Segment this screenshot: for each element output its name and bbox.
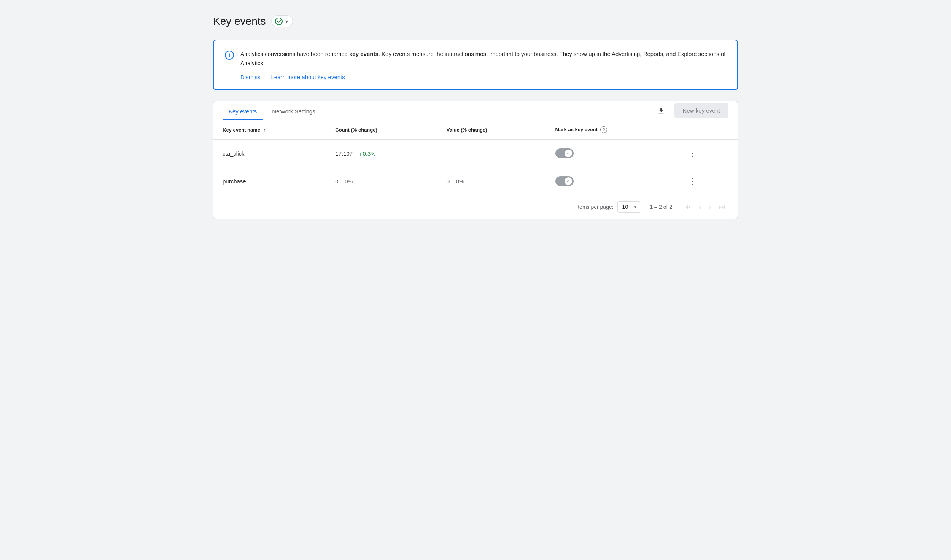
- check-circle-icon: [275, 17, 283, 25]
- tab-key-events[interactable]: Key events: [223, 101, 263, 120]
- toggle-check-icon: ✓: [566, 151, 570, 156]
- sort-icon: ↑: [263, 127, 266, 133]
- prev-page-button[interactable]: ‹: [696, 201, 704, 213]
- toggle-thumb: ✓: [565, 177, 572, 185]
- toggle-switch[interactable]: ✓: [555, 148, 574, 158]
- items-per-page: Items per page: 5 10 25 50: [576, 201, 641, 213]
- pagination-row: Items per page: 5 10 25 50 1 – 2 of 2 ⏮ …: [213, 195, 738, 219]
- count-change-neutral: 0%: [345, 178, 353, 185]
- count-cell: 17,107 ↑0.3%: [326, 140, 437, 167]
- page-title: Key events: [213, 15, 266, 27]
- col-value: Value (% change): [437, 120, 546, 140]
- page-container: Key events ▾ i Analytics conversions hav…: [213, 15, 738, 219]
- col-mark-as-key-event: Mark as key event ?: [546, 120, 676, 140]
- table-row: cta_click 17,107 ↑0.3% -: [213, 140, 738, 167]
- nav-buttons: ⏮ ‹ › ⏭: [681, 201, 728, 213]
- first-page-button[interactable]: ⏮: [681, 201, 694, 213]
- chevron-down-icon: ▾: [285, 18, 288, 24]
- tabs-actions: New key event: [654, 103, 728, 118]
- info-links: Dismiss Learn more about key events: [240, 74, 727, 80]
- info-text: Analytics conversions have been renamed …: [240, 49, 727, 68]
- count-change-positive: ↑0.3%: [359, 150, 376, 157]
- more-menu-button[interactable]: ⋮: [685, 147, 700, 159]
- event-name-cell: purchase: [213, 167, 326, 195]
- toggle-thumb: ✓: [565, 150, 572, 157]
- per-page-select[interactable]: 5 10 25 50: [617, 201, 641, 213]
- value-cell: 0 0%: [437, 167, 546, 195]
- toggle-switch[interactable]: ✓: [555, 176, 574, 186]
- toggle-cell: ✓: [546, 140, 676, 167]
- value-cell: -: [437, 140, 546, 167]
- event-name-cell: cta_click: [213, 140, 326, 167]
- last-page-button[interactable]: ⏭: [716, 201, 728, 213]
- table-header-row: Key event name ↑ Count (% change) Value …: [213, 120, 738, 140]
- data-table: Key event name ↑ Count (% change) Value …: [213, 120, 738, 195]
- learn-more-link[interactable]: Learn more about key events: [271, 74, 345, 80]
- more-menu-cell: ⋮: [676, 167, 738, 195]
- main-card: Key events Network Settings New key even…: [213, 101, 738, 219]
- download-icon: [657, 107, 665, 115]
- next-page-button[interactable]: ›: [706, 201, 714, 213]
- page-header: Key events ▾: [213, 15, 738, 27]
- toggle-container: ✓: [555, 148, 667, 158]
- info-content: Analytics conversions have been renamed …: [240, 49, 727, 80]
- status-badge[interactable]: ▾: [271, 15, 293, 27]
- toggle-track: ✓: [555, 176, 574, 186]
- value-change-neutral: 0%: [456, 178, 464, 185]
- toggle-track: ✓: [555, 148, 574, 158]
- more-menu-button[interactable]: ⋮: [685, 175, 700, 187]
- count-cell: 0 0%: [326, 167, 437, 195]
- help-icon[interactable]: ?: [600, 126, 607, 133]
- svg-point-0: [275, 18, 282, 25]
- svg-text:i: i: [229, 52, 230, 58]
- info-icon: i: [224, 50, 234, 62]
- toggle-check-icon: ✓: [566, 178, 570, 184]
- page-info: 1 – 2 of 2: [650, 204, 672, 210]
- per-page-wrapper: 5 10 25 50: [617, 201, 641, 213]
- dismiss-link[interactable]: Dismiss: [240, 74, 261, 80]
- table-row: purchase 0 0% 0 0%: [213, 167, 738, 195]
- col-actions: [676, 120, 738, 140]
- info-banner: i Analytics conversions have been rename…: [213, 40, 738, 90]
- tab-network-settings[interactable]: Network Settings: [266, 101, 321, 120]
- up-arrow-icon: ↑: [359, 150, 362, 157]
- toggle-container: ✓: [555, 176, 667, 186]
- new-key-event-button[interactable]: New key event: [674, 103, 728, 118]
- more-menu-cell: ⋮: [676, 140, 738, 167]
- col-key-event-name: Key event name ↑: [213, 120, 326, 140]
- toggle-cell: ✓: [546, 167, 676, 195]
- col-count: Count (% change): [326, 120, 437, 140]
- items-per-page-label: Items per page:: [576, 204, 613, 210]
- download-button[interactable]: [654, 103, 668, 118]
- tabs-row: Key events Network Settings New key even…: [213, 101, 738, 120]
